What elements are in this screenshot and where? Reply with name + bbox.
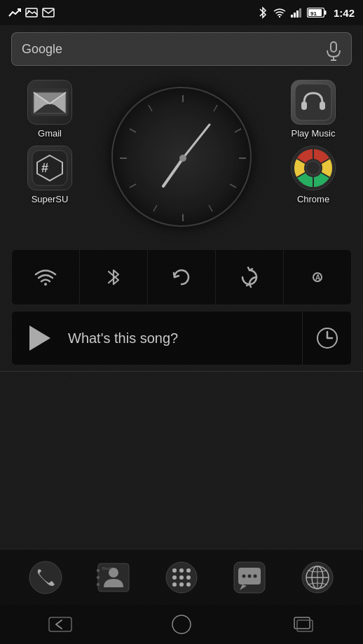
bluetooth-toggle-icon (101, 265, 126, 290)
divider (0, 371, 363, 372)
svg-line-31 (130, 184, 136, 188)
messenger-dock-icon[interactable] (227, 555, 272, 600)
browser-dock-icon[interactable] (295, 555, 340, 600)
svg-rect-7 (299, 8, 301, 18)
playmusic-label: Play Music (292, 128, 336, 139)
gmail-app-icon[interactable]: Gmail (11, 80, 88, 139)
svg-point-65 (186, 568, 191, 573)
history-icon (315, 326, 339, 350)
svg-point-71 (186, 582, 191, 587)
svg-text:Book: Book (102, 566, 113, 570)
svg-point-84 (172, 615, 191, 634)
svg-point-63 (172, 568, 177, 573)
svg-line-27 (230, 184, 236, 188)
chrome-icon-image (291, 146, 336, 190)
shazam-widget[interactable]: What's this song? (11, 311, 352, 365)
brightness-toggle[interactable]: A (284, 250, 351, 304)
contacts-dock-icon[interactable]: Book (91, 555, 136, 600)
svg-rect-59 (97, 583, 100, 586)
launcher-dock-icon[interactable] (159, 555, 204, 600)
svg-text:A: A (315, 274, 320, 281)
email-notification-icon (42, 6, 55, 19)
search-bar[interactable]: Google (11, 32, 352, 66)
trending-icon (8, 6, 21, 19)
analog-clock (88, 80, 275, 234)
svg-rect-2 (43, 8, 54, 17)
rotation-toggle[interactable] (148, 250, 216, 304)
svg-rect-5 (294, 13, 296, 18)
bluetooth-toggle[interactable] (80, 250, 148, 304)
svg-line-28 (209, 205, 212, 211)
svg-text:91: 91 (310, 10, 317, 17)
shazam-history-button[interactable] (302, 312, 351, 365)
svg-point-37 (179, 155, 186, 162)
microphone-icon[interactable] (326, 41, 341, 57)
svg-point-70 (179, 582, 184, 587)
navigation-bar (0, 605, 363, 644)
svg-point-66 (172, 575, 177, 580)
svg-line-36 (183, 125, 210, 158)
rotation-toggle-icon (169, 265, 194, 290)
svg-rect-10 (324, 10, 327, 15)
svg-line-24 (214, 105, 217, 111)
icons-area: Gmail # SuperSU (0, 73, 363, 241)
svg-rect-6 (296, 10, 299, 18)
supersu-app-icon[interactable]: # SuperSU (11, 146, 88, 204)
svg-point-55 (29, 561, 62, 594)
svg-rect-83 (49, 617, 71, 631)
svg-rect-57 (97, 569, 100, 572)
svg-line-34 (149, 105, 152, 111)
gmail-icon-image (27, 80, 72, 125)
svg-line-33 (130, 129, 136, 132)
wifi-status-icon (273, 6, 286, 19)
search-text: Google (22, 42, 62, 57)
status-bar: 91 1:42 (0, 0, 363, 25)
quick-toggles: A (11, 249, 352, 305)
svg-rect-12 (331, 42, 336, 52)
svg-line-35 (163, 158, 183, 186)
svg-rect-39 (301, 102, 307, 110)
chrome-app-icon[interactable]: Chrome (275, 146, 352, 204)
status-time: 1:42 (334, 7, 355, 19)
shazam-play-button[interactable] (12, 326, 68, 351)
svg-rect-4 (291, 15, 293, 18)
playmusic-app-icon[interactable]: Play Music (275, 80, 352, 139)
wifi-toggle[interactable] (12, 250, 80, 304)
svg-point-51 (44, 283, 47, 286)
clock-face (111, 87, 252, 227)
svg-point-50 (307, 162, 320, 174)
home-button[interactable] (160, 610, 203, 638)
supersu-icon-image: # (27, 146, 72, 190)
gmail-label: Gmail (38, 128, 62, 139)
svg-text:#: # (41, 161, 48, 175)
svg-point-76 (248, 574, 252, 578)
svg-point-3 (279, 16, 280, 18)
recents-button[interactable] (282, 610, 324, 638)
app-dock: Book (0, 549, 363, 605)
sync-toggle-icon (237, 265, 262, 290)
status-icons-left (8, 6, 55, 19)
play-triangle-icon (29, 326, 50, 351)
status-icons-right: 91 1:42 (256, 6, 355, 19)
svg-point-67 (179, 575, 184, 580)
bluetooth-status-icon (256, 6, 269, 19)
svg-point-64 (179, 568, 184, 573)
signal-icon (290, 6, 303, 19)
chrome-label: Chrome (297, 194, 329, 204)
phone-dock-icon[interactable] (23, 555, 68, 600)
svg-rect-40 (320, 102, 325, 110)
image-icon (25, 6, 38, 19)
left-icons: Gmail # SuperSU (11, 80, 88, 204)
svg-line-25 (235, 129, 241, 132)
svg-point-75 (242, 574, 246, 578)
brightness-toggle-icon: A (305, 265, 330, 290)
svg-rect-58 (97, 576, 100, 579)
svg-point-69 (172, 582, 177, 587)
back-button[interactable] (39, 610, 81, 638)
playmusic-icon-image (291, 80, 336, 125)
battery-icon: 91 (307, 6, 327, 19)
svg-point-68 (186, 575, 191, 580)
svg-line-30 (153, 205, 157, 211)
sync-toggle[interactable] (216, 250, 284, 304)
shazam-text: What's this song? (68, 330, 302, 346)
